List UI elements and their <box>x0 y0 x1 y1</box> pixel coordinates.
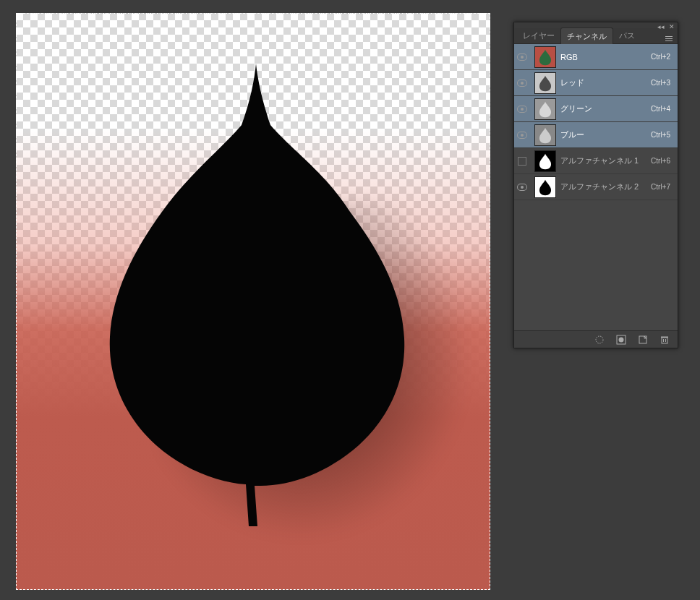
trash-icon[interactable] <box>659 334 670 346</box>
visibility-toggle[interactable] <box>514 106 530 113</box>
channel-name: アルファチャンネル 1 <box>560 155 646 166</box>
svg-rect-11 <box>661 336 668 338</box>
channel-shortcut: Ctrl+3 <box>651 79 673 87</box>
channel-thumb <box>534 150 556 172</box>
close-icon[interactable]: ✕ <box>669 23 675 30</box>
visibility-toggle[interactable] <box>514 157 530 166</box>
document-canvas[interactable] <box>16 13 490 590</box>
channels-panel: ◂◂ ✕ レイヤー チャンネル パス RGB Ctrl+2 レッド Ctrl+3 <box>513 22 678 348</box>
panel-menu-icon[interactable] <box>663 32 675 43</box>
channel-name: RGB <box>560 53 646 61</box>
channel-shortcut: Ctrl+6 <box>651 157 673 165</box>
empty-visibility-icon <box>518 157 526 166</box>
channel-name: グリーン <box>560 103 646 114</box>
eye-icon <box>517 132 527 139</box>
eye-icon <box>517 53 527 61</box>
channel-row-blue[interactable]: ブルー Ctrl+5 <box>514 122 678 148</box>
channel-thumb <box>534 176 556 198</box>
eye-icon <box>517 80 527 87</box>
channel-row-alpha1[interactable]: アルファチャンネル 1 Ctrl+6 <box>514 148 678 174</box>
collapse-icon[interactable]: ◂◂ <box>657 23 665 30</box>
channel-shortcut: Ctrl+5 <box>651 131 673 139</box>
selection-to-channel-icon[interactable] <box>594 334 605 346</box>
visibility-toggle[interactable] <box>514 132 530 139</box>
svg-point-6 <box>596 336 603 343</box>
channel-name: ブルー <box>560 129 646 140</box>
tab-channels[interactable]: チャンネル <box>560 27 613 44</box>
tab-layers[interactable]: レイヤー <box>517 27 560 43</box>
tab-paths[interactable]: パス <box>613 27 641 43</box>
leaf-silhouette <box>75 49 437 526</box>
channel-thumb <box>534 124 556 146</box>
mask-icon[interactable] <box>615 334 627 346</box>
new-channel-icon[interactable] <box>637 334 649 346</box>
channel-thumb <box>534 72 556 94</box>
channel-name: アルファチャンネル 2 <box>560 181 646 192</box>
svg-rect-10 <box>662 338 667 343</box>
empty-list-area <box>514 200 678 330</box>
panel-tabs: レイヤー チャンネル パス <box>514 28 678 44</box>
eye-icon <box>517 184 527 191</box>
channel-row-alpha2[interactable]: アルファチャンネル 2 Ctrl+7 <box>514 174 678 200</box>
channel-thumb <box>534 46 556 68</box>
channel-thumb <box>534 98 556 120</box>
visibility-toggle[interactable] <box>514 53 530 61</box>
visibility-toggle[interactable] <box>514 184 530 191</box>
channel-name: レッド <box>560 77 646 88</box>
channel-shortcut: Ctrl+4 <box>651 105 673 113</box>
visibility-toggle[interactable] <box>514 80 530 87</box>
channel-row-red[interactable]: レッド Ctrl+3 <box>514 70 678 96</box>
channel-shortcut: Ctrl+7 <box>651 183 673 191</box>
panel-footer <box>514 330 678 348</box>
eye-icon <box>517 106 527 113</box>
channel-row-green[interactable]: グリーン Ctrl+4 <box>514 96 678 122</box>
channel-list: RGB Ctrl+2 レッド Ctrl+3 グリーン Ctrl+4 ブルー <box>514 44 678 330</box>
svg-point-8 <box>619 337 624 342</box>
channel-row-rgb[interactable]: RGB Ctrl+2 <box>514 44 678 70</box>
channel-shortcut: Ctrl+2 <box>651 53 673 61</box>
